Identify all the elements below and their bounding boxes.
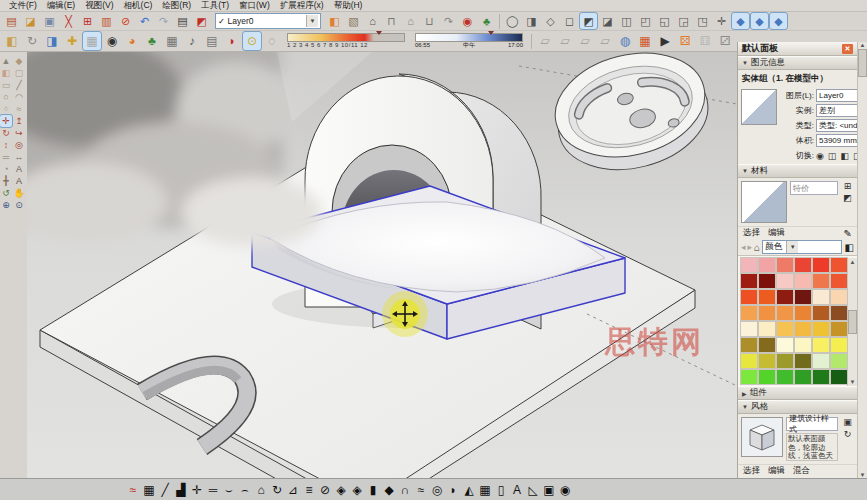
refresh-style-icon[interactable]: ↻: [23, 32, 41, 50]
expand-triangle-icon[interactable]: ▶: [742, 390, 747, 397]
time-slider-handle[interactable]: [488, 31, 494, 35]
close-icon[interactable]: ✕: [842, 44, 853, 54]
materials-header[interactable]: ▼ 材料: [738, 164, 857, 178]
collection-select[interactable]: 颜色 ▼: [762, 240, 841, 254]
cut-icon[interactable]: ╳: [60, 13, 77, 29]
dice-grey-icon[interactable]: ⚂: [716, 32, 734, 50]
pan-tool-icon[interactable]: ✋: [13, 187, 25, 199]
rotate-tool-icon[interactable]: ↻: [0, 127, 12, 139]
color-swatch[interactable]: [741, 370, 757, 384]
axes-tool-icon[interactable]: ✛: [713, 13, 730, 29]
color-swatch[interactable]: [759, 370, 775, 384]
styles-header[interactable]: ▼ 风格: [738, 400, 857, 414]
color-swatch[interactable]: [741, 322, 757, 336]
panel-icon[interactable]: ▯: [493, 481, 509, 499]
color-swatch[interactable]: [813, 370, 829, 384]
collapse-triangle-icon[interactable]: ▼: [742, 168, 748, 174]
rectangle-tool-icon[interactable]: ▭: [0, 79, 12, 91]
color-swatch[interactable]: [759, 274, 775, 288]
tape-measure-icon[interactable]: ═: [0, 151, 12, 163]
move-axes-icon[interactable]: ✛: [189, 481, 205, 499]
paint-bucket-icon[interactable]: ◧: [326, 13, 343, 29]
copy-icon[interactable]: ⊞: [79, 13, 96, 29]
add-location-icon[interactable]: ✚: [63, 32, 81, 50]
color-swatch[interactable]: [795, 274, 811, 288]
curve-down-icon[interactable]: ⌣: [221, 481, 237, 499]
color-swatch[interactable]: [831, 338, 847, 352]
color-swatch[interactable]: [759, 306, 775, 320]
wireframe-view-icon[interactable]: ◇: [542, 13, 559, 29]
null-set-icon[interactable]: ⊘: [317, 481, 333, 499]
boxed-globe-icon[interactable]: ◉: [557, 481, 573, 499]
camera-red-icon[interactable]: ◉: [459, 13, 476, 29]
axes-tool-icon[interactable]: ╋: [0, 175, 12, 187]
menu-item[interactable]: 窗口(W): [234, 0, 275, 12]
tab-edit[interactable]: 编辑: [768, 465, 785, 477]
layers-stack-icon[interactable]: ≡: [301, 481, 317, 499]
print-icon[interactable]: ▤: [174, 13, 191, 29]
texture-paint-icon[interactable]: ◩: [843, 193, 852, 203]
color-swatch[interactable]: [777, 258, 793, 272]
rotate-copy-icon[interactable]: ↻: [269, 481, 285, 499]
tab-select[interactable]: 选择: [743, 227, 760, 239]
style-box-icon[interactable]: ◧: [3, 32, 21, 50]
paint-tool-icon[interactable]: ◧: [0, 67, 12, 79]
time-slider-track[interactable]: [415, 33, 523, 42]
slope-icon[interactable]: ╱: [157, 481, 173, 499]
section-outline-icon[interactable]: ▱: [596, 32, 614, 50]
collapse-triangle-icon[interactable]: ▼: [742, 60, 748, 66]
components-header[interactable]: ▶ 组件: [738, 386, 857, 400]
menu-item[interactable]: 工具(T): [196, 0, 234, 12]
checker-pattern-icon[interactable]: ▦: [163, 32, 181, 50]
color-swatch[interactable]: [795, 290, 811, 304]
component-icon[interactable]: ▧: [345, 13, 362, 29]
geo-globe-icon[interactable]: ◍: [616, 32, 634, 50]
menu-item[interactable]: 扩展程序(x): [275, 0, 329, 12]
move-tool-icon[interactable]: ✛: [0, 115, 12, 127]
waves-icon[interactable]: ≈: [413, 481, 429, 499]
color-swatch[interactable]: [813, 322, 829, 336]
flange-part[interactable]: [544, 52, 719, 185]
color-swatch[interactable]: [741, 306, 757, 320]
home-icon[interactable]: ⌂: [754, 242, 760, 253]
color-swatch[interactable]: [759, 290, 775, 304]
redo-icon[interactable]: ↷: [155, 13, 172, 29]
color-swatch[interactable]: [741, 290, 757, 304]
photo-match-icon[interactable]: ▦: [83, 32, 101, 50]
section-cut-icon[interactable]: ▱: [556, 32, 574, 50]
flip-icon[interactable]: ◈: [333, 481, 349, 499]
dims-board-icon[interactable]: ▤: [203, 32, 221, 50]
shadow-toggle-icon[interactable]: ◌: [263, 32, 281, 50]
locked-toggle-icon[interactable]: ◫: [828, 151, 837, 161]
dice-orange-icon[interactable]: ⚄: [676, 32, 694, 50]
line-tool-icon[interactable]: ╱: [13, 79, 25, 91]
spiral-icon[interactable]: ◎: [429, 481, 445, 499]
dice-white-icon[interactable]: ⚅: [696, 32, 714, 50]
sample-paint-icon[interactable]: ◧: [845, 242, 854, 253]
shaded-view-icon[interactable]: ◩: [580, 13, 597, 29]
color-swatch[interactable]: [813, 290, 829, 304]
color-swatch[interactable]: [777, 338, 793, 352]
monochrome-view-icon[interactable]: ◫: [618, 13, 635, 29]
color-swatch[interactable]: [813, 274, 829, 288]
menu-item[interactable]: 绘图(R): [157, 0, 196, 12]
color-swatch[interactable]: [795, 258, 811, 272]
color-swatch[interactable]: [813, 338, 829, 352]
advanced-camera-icon[interactable]: ◨: [43, 32, 61, 50]
helmet-icon[interactable]: ◕: [123, 32, 141, 50]
palette-scrollbar[interactable]: ▲ ▼: [847, 258, 857, 386]
cast-shadows-toggle-icon[interactable]: ◧: [840, 151, 849, 161]
color-swatch[interactable]: [831, 306, 847, 320]
shadow-time-slider[interactable]: 06:55 中午 17:00: [415, 33, 523, 49]
date-slider-handle[interactable]: [376, 31, 382, 35]
color-swatch[interactable]: [795, 306, 811, 320]
arc-tool-icon[interactable]: ◠: [13, 91, 25, 103]
eraser-tool-icon[interactable]: ▢: [13, 67, 25, 79]
hidden-line-view-icon[interactable]: ◻: [561, 13, 578, 29]
new-file-icon[interactable]: ▤: [3, 13, 20, 29]
paste-icon[interactable]: ▥: [98, 13, 115, 29]
layer-combo[interactable]: ✓ Layer0 ▼: [215, 13, 321, 29]
color-swatch[interactable]: [813, 258, 829, 272]
color-swatch[interactable]: [741, 338, 757, 352]
solid-trim-icon[interactable]: ◲: [675, 13, 692, 29]
